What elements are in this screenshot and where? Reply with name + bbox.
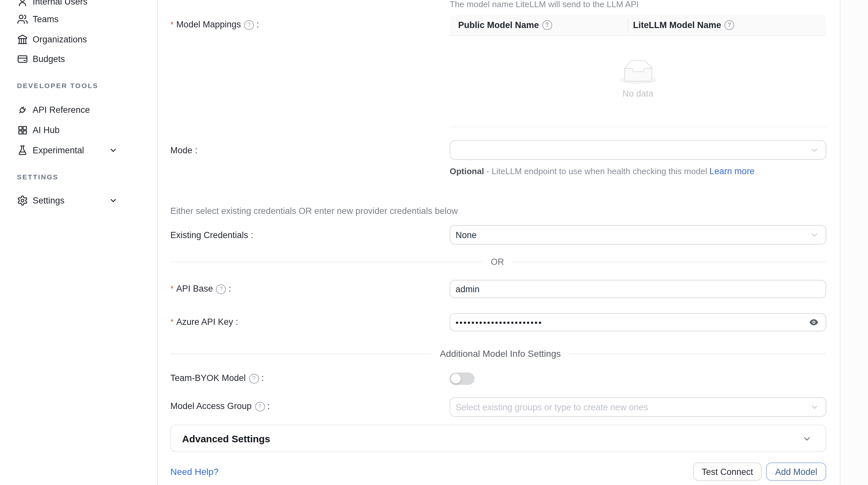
or-divider: OR xyxy=(170,257,826,266)
sidebar-item-label: Organizations xyxy=(33,34,87,44)
chevron-down-icon xyxy=(811,146,818,154)
help-circle-icon[interactable] xyxy=(724,20,734,30)
sidebar-section-settings: SETTINGS xyxy=(17,172,58,181)
litellm-model-name-helper: The model name LiteLLM will send to the … xyxy=(450,0,639,11)
api-base-label: API Base xyxy=(170,283,231,295)
sidebar-item-experimental[interactable]: Experimental xyxy=(0,141,157,159)
required-asterisk xyxy=(170,18,176,31)
page-background-strip xyxy=(840,0,868,485)
sidebar-item-label: Internal Users xyxy=(33,0,88,6)
empty-state: No data xyxy=(450,60,826,98)
grid-icon xyxy=(17,124,28,135)
users-icon xyxy=(17,13,28,25)
masked-password-value: •••••••••••••••••••••• xyxy=(456,318,542,326)
learn-more-link[interactable]: Learn more xyxy=(709,166,754,176)
chevron-down-icon xyxy=(109,146,118,154)
column-divider xyxy=(628,18,628,33)
sidebar-item-teams[interactable]: Teams xyxy=(0,10,157,28)
gear-icon xyxy=(17,195,28,206)
sidebar-item-label: Budgets xyxy=(33,54,65,64)
team-byok-label: Team-BYOK Model xyxy=(170,372,264,385)
team-byok-toggle[interactable] xyxy=(450,373,474,385)
chevron-down-icon xyxy=(811,231,818,239)
eye-icon[interactable] xyxy=(809,317,819,327)
azure-api-key-input[interactable]: •••••••••••••••••••••• xyxy=(450,313,826,331)
add-model-button[interactable]: Add Model xyxy=(766,462,826,481)
empty-state-text: No data xyxy=(450,89,826,98)
model-access-group-label: Model Access Group xyxy=(170,400,270,413)
user-icon xyxy=(17,0,28,7)
mode-helper-bold: Optional xyxy=(450,166,484,176)
sidebar-item-internal-users[interactable]: Internal Users xyxy=(0,0,157,10)
help-circle-icon[interactable] xyxy=(542,20,552,30)
credentials-note: Either select existing credentials OR en… xyxy=(170,206,458,216)
help-circle-icon[interactable] xyxy=(249,374,259,383)
chevron-down-icon xyxy=(803,434,811,443)
select-placeholder: Select existing groups or type to create… xyxy=(456,402,648,412)
sidebar-item-organizations[interactable]: Organizations xyxy=(0,30,157,48)
required-asterisk xyxy=(170,316,176,329)
model-access-group-select[interactable]: Select existing groups or type to create… xyxy=(450,397,826,417)
toggle-knob xyxy=(451,374,461,384)
column-header-public-model-name: Public Model Name xyxy=(458,20,552,30)
chevron-down-icon xyxy=(109,196,118,204)
sidebar-item-label: API Reference xyxy=(33,105,90,115)
credit-card-icon xyxy=(17,53,28,64)
sidebar-item-label: AI Hub xyxy=(33,125,60,135)
azure-api-key-label: Azure API Key xyxy=(170,316,238,329)
chevron-down-icon xyxy=(811,403,818,411)
mode-label: Mode xyxy=(170,144,197,157)
sidebar-item-label: Teams xyxy=(33,14,59,24)
add-model-page: Internal Users Teams Organizations Budge… xyxy=(0,0,868,485)
help-circle-icon[interactable] xyxy=(216,284,226,294)
advanced-settings-panel[interactable]: Advanced Settings xyxy=(170,425,826,452)
flask-icon xyxy=(17,144,28,156)
advanced-settings-title: Advanced Settings xyxy=(182,433,270,444)
sidebar-item-api-reference[interactable]: API Reference xyxy=(0,100,157,119)
plug-icon xyxy=(17,104,28,115)
mode-helper: Optional - LiteLLM endpoint to use when … xyxy=(450,165,758,178)
sidebar-item-settings[interactable]: Settings xyxy=(0,191,157,209)
empty-inbox-icon xyxy=(619,60,657,84)
existing-credentials-label: Existing Credentials xyxy=(170,229,253,242)
bank-icon xyxy=(17,34,28,45)
help-circle-icon[interactable] xyxy=(255,401,265,411)
sidebar: Internal Users Teams Organizations Budge… xyxy=(0,0,158,485)
help-circle-icon[interactable] xyxy=(244,20,254,30)
sidebar-section-developer-tools: DEVELOPER TOOLS xyxy=(17,81,98,90)
need-help-link[interactable]: Need Help? xyxy=(170,466,219,477)
mode-select[interactable] xyxy=(450,140,826,160)
model-mappings-table-header: Public Model Name LiteLLM Model Name xyxy=(450,15,826,36)
additional-settings-divider: Additional Model Info Settings xyxy=(170,349,826,358)
sidebar-item-ai-hub[interactable]: AI Hub xyxy=(0,121,157,139)
test-connect-button[interactable]: Test Connect xyxy=(693,462,762,481)
api-base-input[interactable]: admin xyxy=(450,280,826,298)
column-header-litellm-model-name: LiteLLM Model Name xyxy=(633,20,734,30)
existing-credentials-select[interactable]: None xyxy=(450,225,826,245)
sidebar-item-label: Settings xyxy=(33,195,65,205)
model-mappings-label: Model Mappings xyxy=(170,18,259,31)
sidebar-item-label: Experimental xyxy=(33,145,84,155)
sidebar-item-budgets[interactable]: Budgets xyxy=(0,50,157,68)
required-asterisk xyxy=(170,283,176,295)
table-bottom-border xyxy=(450,127,826,127)
